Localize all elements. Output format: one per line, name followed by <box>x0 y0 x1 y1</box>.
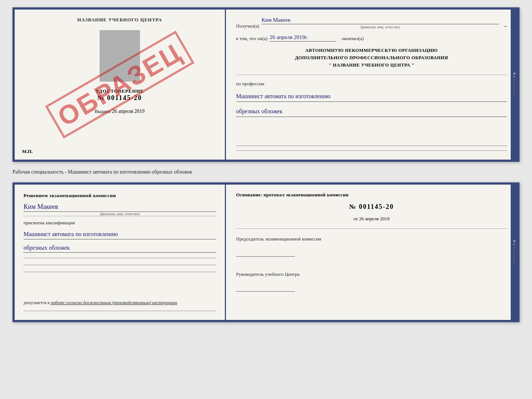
photo-placeholder <box>100 30 140 82</box>
protocol-date: от 26 апреля 2019 <box>236 216 507 222</box>
spine-text-bottom: И а ← – – – – – <box>513 240 516 264</box>
profession-label: по профессии <box>236 81 507 87</box>
profession-line1: Машинист автомата по изготовлению <box>236 92 507 102</box>
bottom-doc-left: Решением экзаменационной комиссии Ким Ма… <box>15 185 226 320</box>
mp-label: М.П. <box>22 149 33 154</box>
dash-1: – <box>504 22 507 29</box>
top-doc-spine: И а ← – – – – – <box>511 10 517 160</box>
director-label: Руководитель учебного Центра <box>236 271 507 278</box>
person-name-top: Ким Макеев <box>262 17 499 24</box>
person-name-bottom: Ким Макеев <box>24 203 216 212</box>
top-document: НАЗВАНИЕ УЧЕБНОГО ЦЕНТРА УДОСТОВЕРЕНИЕ №… <box>12 7 520 162</box>
protocol-date-prefix: от <box>353 216 358 221</box>
protocol-date-value: 26 апреля 2019 <box>359 216 390 221</box>
допускается-line: допускается к работе согласно должностны… <box>24 300 216 306</box>
bottom-doc-right: Основание: протокол экзаменационной коми… <box>226 185 517 320</box>
received-label: Получил(а) <box>236 23 259 29</box>
separator-label: Рабочая специальность - Машинист автомат… <box>12 168 520 177</box>
assigned-label: присвоена квалификация <box>24 220 216 226</box>
org-line1: АВТОНОМНУЮ НЕКОММЕРЧЕСКУЮ ОРГАНИЗАЦИЮ <box>236 47 507 54</box>
qualification-line2: обрезных обложек <box>24 243 216 253</box>
blank-line-1 <box>236 146 507 146</box>
org-block: АВТОНОМНУЮ НЕКОММЕРЧЕСКУЮ ОРГАНИЗАЦИЮ ДО… <box>236 47 507 69</box>
in-that-row: в том, что он(а) 26 апреля 2019г. окончи… <box>236 34 507 42</box>
org-line3: " НАЗВАНИЕ УЧЕБНОГО ЦЕНТРА " <box>236 61 507 69</box>
received-row: Получил(а) Ким Макеев (фамилия, имя, отч… <box>236 17 507 29</box>
qualification-line1: Машинист автомата по изготовлению <box>24 229 216 239</box>
допускается-prefix: допускается к <box>24 300 50 305</box>
in-that-label: в том, что он(а) <box>236 36 268 42</box>
name-sublabel-bottom: (фамилия, имя, отчество) <box>24 212 216 216</box>
bottom-doc-spine: И а ← – – – – – <box>511 185 517 320</box>
protocol-number: № 001145-20 <box>236 203 507 211</box>
chairman-sign-line <box>236 249 295 257</box>
blank-line-2 <box>236 150 507 151</box>
profession-line2: обрезных обложек <box>236 107 507 117</box>
bottom-blank-2 <box>24 265 216 265</box>
finished-label: окончил(а) <box>342 36 364 42</box>
top-doc-right: Получил(а) Ким Макеев (фамилия, имя, отч… <box>226 10 517 160</box>
bottom-document: Решением экзаменационной комиссии Ким Ма… <box>12 182 520 322</box>
komissia-title: Решением экзаменационной комиссии <box>24 192 216 199</box>
chairman-label: Председатель экзаменационной комиссии <box>236 235 507 243</box>
document-container: НАЗВАНИЕ УЧЕБНОГО ЦЕНТРА УДОСТОВЕРЕНИЕ №… <box>12 7 520 322</box>
cert-number-box: УДОСТОВЕРЕНИЕ № 001145-20 <box>96 88 144 102</box>
completion-date: 26 апреля 2019г. <box>270 34 336 42</box>
name-sublabel-top: (фамилия, имя, отчество) <box>262 25 499 29</box>
training-center-title: НАЗВАНИЕ УЧЕБНОГО ЦЕНТРА <box>78 17 162 23</box>
director-sign-line <box>236 284 295 292</box>
cert-label: УДОСТОВЕРЕНИЕ <box>96 88 144 94</box>
bottom-blank-3 <box>24 272 216 272</box>
top-doc-left: НАЗВАНИЕ УЧЕБНОГО ЦЕНТРА УДОСТОВЕРЕНИЕ №… <box>15 10 226 160</box>
issued-date: 26 апреля 2019 <box>112 108 144 114</box>
issued-label: Выдано <box>95 108 111 114</box>
допускается-text: работе согласно должностным (производств… <box>51 300 177 305</box>
bottom-blank-1 <box>24 258 216 258</box>
osnov-title: Основание: протокол экзаменационной коми… <box>236 192 507 198</box>
issued-line: Выдано 26 апреля 2019 <box>95 108 145 114</box>
org-line2: ДОПОЛНИТЕЛЬНОГО ПРОФЕССИОНАЛЬНОГО ОБРАЗО… <box>236 54 507 61</box>
cert-number: № 001145-20 <box>96 94 144 102</box>
spine-text: И а ← – – – – – <box>513 72 516 97</box>
bottom-blank-4 <box>24 311 216 311</box>
